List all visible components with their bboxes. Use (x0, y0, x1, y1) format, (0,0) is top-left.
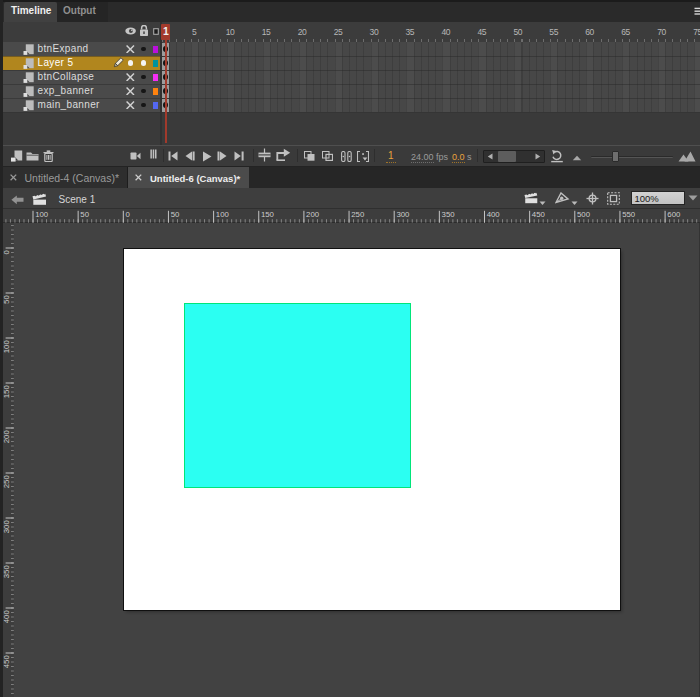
svg-text:100: 100 (35, 210, 49, 219)
svg-text:300: 300 (2, 520, 11, 534)
svg-text:150: 150 (2, 385, 11, 399)
svg-text:550: 550 (622, 210, 636, 219)
svg-text:400: 400 (487, 210, 501, 219)
svg-text:50: 50 (171, 210, 180, 219)
svg-text:0: 0 (126, 210, 131, 219)
svg-text:450: 450 (2, 655, 11, 669)
svg-text:150: 150 (261, 210, 275, 219)
svg-text:200: 200 (2, 430, 11, 444)
svg-text:600: 600 (667, 210, 681, 219)
svg-text:350: 350 (2, 565, 11, 579)
svg-text:50: 50 (2, 295, 11, 304)
svg-text:500: 500 (577, 210, 591, 219)
svg-text:250: 250 (351, 210, 365, 219)
svg-text:50: 50 (80, 210, 89, 219)
svg-text:400: 400 (2, 610, 11, 624)
svg-text:100: 100 (216, 210, 230, 219)
svg-text:350: 350 (442, 210, 456, 219)
svg-text:200: 200 (306, 210, 320, 219)
svg-text:450: 450 (532, 210, 546, 219)
svg-text:0: 0 (2, 250, 11, 255)
svg-text:100: 100 (2, 340, 11, 354)
svg-text:250: 250 (2, 475, 11, 489)
svg-text:300: 300 (396, 210, 410, 219)
